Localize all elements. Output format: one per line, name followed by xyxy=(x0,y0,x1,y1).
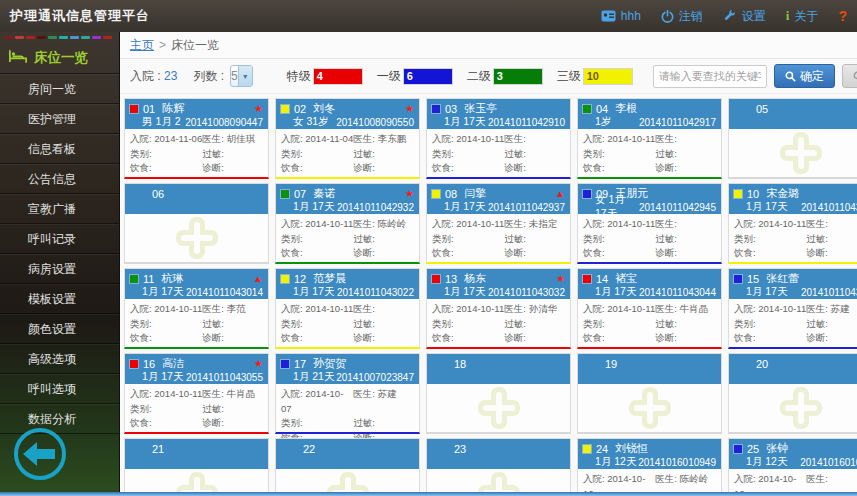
sidebar-item-高级选项[interactable]: 高级选项 xyxy=(0,344,119,374)
level-square-icon xyxy=(281,360,289,368)
bed-card[interactable]: 06 xyxy=(124,183,269,264)
bed-card[interactable]: 23 xyxy=(426,438,571,496)
bed-card-header: 20 xyxy=(729,354,857,384)
bed-number: 25 xyxy=(747,443,759,455)
bed-number: 03 xyxy=(445,103,457,115)
admission-id: 201410110430 xyxy=(801,287,857,298)
legend-color-box: 4 xyxy=(314,69,362,84)
bed-card[interactable]: 11 杭琳 ▲ 1月 17天 20141011043014 入院: 2014-1… xyxy=(124,268,269,349)
breadcrumb-home-link[interactable]: 主页 xyxy=(130,37,154,54)
confirm-button[interactable]: 确定 xyxy=(774,64,835,88)
sidebar-item-宣教广播[interactable]: 宣教广播 xyxy=(0,194,119,224)
patient-gender-age: 1月 17天 xyxy=(444,115,485,129)
alert-badge-icon: ★ xyxy=(556,274,565,284)
patient-gender-age: 1月 17天 xyxy=(142,370,183,384)
sidebar-item-呼叫记录[interactable]: 呼叫记录 xyxy=(0,224,119,254)
help-button[interactable]: ? xyxy=(838,8,847,24)
patient-name: 杨东 xyxy=(464,271,486,286)
bed-number: 16 xyxy=(143,358,155,370)
bed-card[interactable]: 19 xyxy=(577,353,722,434)
sidebar-item-颜色设置[interactable]: 颜色设置 xyxy=(0,314,119,344)
bed-card[interactable]: 22 xyxy=(275,438,420,496)
bed-card-details: 入院: 2014-10-11 医生: 陈岭岭 类别: 过敏: 饮食: 诊断: xyxy=(276,214,419,261)
level-square-icon xyxy=(583,275,591,283)
breadcrumb-separator: > xyxy=(159,38,166,52)
bottom-strip xyxy=(0,492,857,496)
admission-id: 201410160109 xyxy=(800,457,857,468)
bed-card[interactable]: 20 xyxy=(728,353,857,434)
columns-label: 列数 : xyxy=(193,68,224,85)
wrench-icon xyxy=(723,9,737,23)
bed-card[interactable]: 07 秦诺 ★ 1月 17天 20141011042932 入院: 2014-1… xyxy=(275,183,420,264)
patient-gender-age: 1月 12天 xyxy=(595,455,636,469)
bed-number: 13 xyxy=(445,273,457,285)
sidebar-item-呼叫选项[interactable]: 呼叫选项 xyxy=(0,374,119,404)
bed-card-header: 12 范梦晨 1月 17天 20141011043022 xyxy=(276,269,419,299)
bed-number: 21 xyxy=(152,443,164,455)
bed-card-header: 22 xyxy=(276,439,419,469)
patient-name: 杭琳 xyxy=(161,271,183,286)
empty-bed-cross-icon xyxy=(729,129,857,177)
bed-card[interactable]: 03 张玉亭 1月 17天 20141011042910 入院: 2014-10… xyxy=(426,98,571,179)
bed-card-details: 入院: 2014-10-11 医生: 类别: 过敏: 饮食: 诊断: xyxy=(578,129,721,176)
bed-card-details: 入院: 2014-10-11 医生: 牛肖晶 类别: 过敏: 饮食: 诊断: xyxy=(125,384,268,431)
bed-card[interactable]: 02 刘冬 ★ 女 31岁 20141008090550 入院: 2014-11… xyxy=(275,98,420,179)
level-legend: 特级 4 一级 6 二级 3 三级 10 xyxy=(287,68,647,85)
level-square-icon xyxy=(130,105,138,113)
patient-name: 张玉亭 xyxy=(464,101,497,116)
cancel-button[interactable]: 取消 xyxy=(842,64,857,88)
user-menu[interactable]: hhh xyxy=(601,9,641,23)
patient-name: 张钟 xyxy=(766,441,788,456)
admission-id: 20141011042932 xyxy=(337,202,414,213)
bed-card[interactable]: 18 xyxy=(426,353,571,434)
sidebar-item-医护管理[interactable]: 医护管理 xyxy=(0,104,119,134)
patient-name: 高洁 xyxy=(162,356,184,371)
sidebar-item-公告信息[interactable]: 公告信息 xyxy=(0,164,119,194)
back-arrow-icon xyxy=(12,426,68,482)
admission-id: 20141007023847 xyxy=(336,372,414,383)
bed-card[interactable]: 10 宋金璐 1月 17天 201410110430 入院: 2014-10-1… xyxy=(728,183,857,264)
bed-number: 01 xyxy=(143,103,155,115)
bed-card[interactable]: 08 闫擎 ▲ 1月 17天 20141011042937 入院: 2014-1… xyxy=(426,183,571,264)
settings-button[interactable]: 设置 xyxy=(723,8,766,25)
bed-card[interactable]: 05 xyxy=(728,98,857,179)
bed-card-details: 入院: 2014-10-11 医生: 苏建 类别: 过敏: 饮食: 诊断: xyxy=(729,299,857,346)
bed-card[interactable]: 09 王朋元 女 1月 17天 20141011042945 入院: 2014-… xyxy=(577,183,722,264)
alert-badge-icon: ★ xyxy=(405,189,414,199)
main-content: 主页 > 床位一览 入院 : 23 列数 : 5 ▼ 特级 4 一级 6 二级 … xyxy=(120,32,857,496)
about-button[interactable]: i 关于 xyxy=(786,8,819,25)
columns-select[interactable]: 5 ▼ xyxy=(230,65,253,87)
legend-color-box: 10 xyxy=(584,69,632,84)
legend-color-box: 6 xyxy=(404,69,452,84)
sidebar-item-bed-overview[interactable]: 床位一览 xyxy=(0,42,119,74)
logout-button[interactable]: 注销 xyxy=(661,8,703,25)
bed-card[interactable]: 21 xyxy=(124,438,269,496)
bed-card-details: 入院: 2014-10-11 医生: 牛肖晶 类别: 过敏: 饮食: 诊断: xyxy=(578,299,721,346)
bed-card[interactable]: 12 范梦晨 1月 17天 20141011043022 入院: 2014-10… xyxy=(275,268,420,349)
bed-number: 14 xyxy=(596,273,608,285)
bed-card-header: 09 王朋元 女 1月 17天 20141011042945 xyxy=(578,184,721,214)
sidebar-item-信息看板[interactable]: 信息看板 xyxy=(0,134,119,164)
sidebar-item-房间一览[interactable]: 房间一览 xyxy=(0,74,119,104)
bed-card-header: 15 张红蕾 1月 17天 201410110430 xyxy=(729,269,857,299)
back-button[interactable] xyxy=(12,426,68,482)
bed-card[interactable]: 24 刘锐恒 1月 12天 20141016010949 入院: 2014-10… xyxy=(577,438,722,496)
bed-card[interactable]: 01 陈辉 ★ 男 1月 2 20141008090447 入院: 2014-1… xyxy=(124,98,269,179)
bed-card[interactable]: 04 李根 1岁 20141011042917 入院: 2014-10-11 医… xyxy=(577,98,722,179)
sidebar-item-病房设置[interactable]: 病房设置 xyxy=(0,254,119,284)
patient-gender-age: 1月 17天 xyxy=(293,285,334,299)
bed-card[interactable]: 15 张红蕾 1月 17天 201410110430 入院: 2014-10-1… xyxy=(728,268,857,349)
alert-badge-icon: ★ xyxy=(254,359,263,369)
bed-card[interactable]: 13 杨东 ★ 1月 17天 20141011043032 入院: 2014-1… xyxy=(426,268,571,349)
bed-number: 20 xyxy=(756,358,768,370)
search-input[interactable] xyxy=(653,65,767,88)
patient-name: 闫擎 xyxy=(464,186,486,201)
admission-id: 20141008090447 xyxy=(185,117,263,128)
bed-card[interactable]: 14 褚宝 1月 17天 20141011043044 入院: 2014-10-… xyxy=(577,268,722,349)
breadcrumb-current: 床位一览 xyxy=(171,37,219,54)
bed-card[interactable]: 16 高洁 ★ 1月 17天 20141011043055 入院: 2014-1… xyxy=(124,353,269,434)
bed-card[interactable]: 25 张钟 1月 12天 201410160109 入院: 2014-10-16… xyxy=(728,438,857,496)
bed-card[interactable]: 17 孙贺贺 1月 21天 20141007023847 入院: 2014-10… xyxy=(275,353,420,434)
sidebar-item-模板设置[interactable]: 模板设置 xyxy=(0,284,119,314)
bed-card-details: 入院: 2014-11-06 医生: 胡佳琪 类别: 过敏: 饮食: 诊断: xyxy=(125,129,268,176)
